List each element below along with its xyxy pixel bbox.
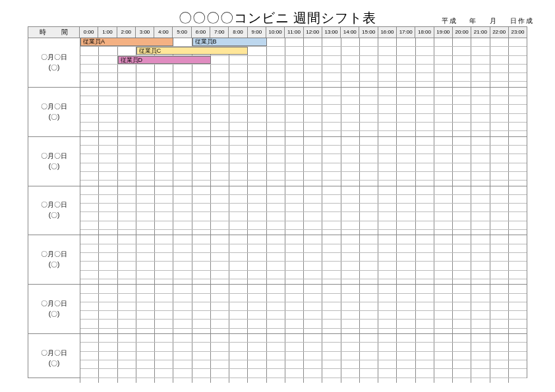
shift-row xyxy=(80,73,527,82)
hour-header-23: 23:00 xyxy=(509,27,527,38)
shift-row xyxy=(80,105,527,113)
shift-row xyxy=(80,146,527,154)
hour-header-9: 9:00 xyxy=(248,27,266,38)
hour-header-3: 3:00 xyxy=(136,27,154,38)
hour-header-13: 13:00 xyxy=(322,27,341,38)
shift-row xyxy=(80,369,527,378)
hour-header-14: 14:00 xyxy=(341,27,359,38)
shift-row xyxy=(80,294,527,302)
shift-row xyxy=(80,343,527,351)
creation-date-line: 平成 年 月 日作成 xyxy=(442,16,534,26)
day-date: 〇月〇日 xyxy=(41,52,67,63)
shift-row xyxy=(80,311,527,320)
shift-row: 従業員D xyxy=(80,56,527,65)
day-date: 〇月〇日 xyxy=(41,200,67,210)
hour-header-21: 21:00 xyxy=(471,27,490,38)
shift-bar-従業員D: 従業員D xyxy=(118,56,211,64)
day-rows-5 xyxy=(80,285,527,333)
day-date: 〇月〇日 xyxy=(41,101,67,112)
hour-header-1: 1:00 xyxy=(98,27,117,38)
day-date: 〇月〇日 xyxy=(41,298,67,309)
shift-row xyxy=(80,360,527,369)
day-date: 〇月〇日 xyxy=(41,151,67,161)
shift-bar-従業員C: 従業員C xyxy=(136,47,248,55)
day-date: 〇月〇日 xyxy=(41,249,67,260)
day-rows-4 xyxy=(80,235,527,284)
day-label-2: 〇月〇日(〇) xyxy=(28,137,80,186)
shift-row xyxy=(80,302,527,311)
shift-row xyxy=(80,244,527,253)
day-weekday: (〇) xyxy=(49,358,60,369)
day-rows-6 xyxy=(80,334,527,383)
hour-header-10: 10:00 xyxy=(266,27,285,38)
hour-header-2: 2:00 xyxy=(117,27,136,38)
hour-header-12: 12:00 xyxy=(304,27,322,38)
day-weekday: (〇) xyxy=(49,309,60,320)
shift-row xyxy=(80,88,527,96)
shift-row xyxy=(80,123,527,131)
day-weekday: (〇) xyxy=(49,63,60,73)
day-block-4: 〇月〇日(〇) xyxy=(28,235,527,285)
day-block-2: 〇月〇日(〇) xyxy=(28,137,527,186)
time-header-label: 時 間 xyxy=(28,27,80,38)
shift-row xyxy=(80,235,527,244)
day-label-0: 〇月〇日(〇) xyxy=(28,38,80,87)
day-block-0: 〇月〇日(〇)従業員A従業員B従業員C従業員D xyxy=(28,38,527,88)
shift-row: 従業員C xyxy=(80,47,527,55)
day-weekday: (〇) xyxy=(49,210,60,221)
hour-header-16: 16:00 xyxy=(378,27,397,38)
day-label-1: 〇月〇日(〇) xyxy=(28,88,80,136)
shift-row xyxy=(80,378,527,386)
shift-row xyxy=(80,137,527,146)
shift-row xyxy=(80,204,527,212)
shift-sheet: 時 間 0:001:002:003:004:005:006:007:008:00… xyxy=(28,26,527,378)
day-weekday: (〇) xyxy=(49,112,60,123)
hour-header-11: 11:00 xyxy=(285,27,303,38)
day-rows-2 xyxy=(80,137,527,186)
shift-row xyxy=(80,271,527,279)
shift-row xyxy=(80,186,527,195)
day-block-6: 〇月〇日(〇) xyxy=(28,334,527,383)
hour-header-7: 7:00 xyxy=(210,27,229,38)
shift-row xyxy=(80,163,527,172)
hours-header: 0:001:002:003:004:005:006:007:008:009:00… xyxy=(80,27,527,38)
shift-row xyxy=(80,96,527,105)
created-suffix: 日作成 xyxy=(510,17,534,24)
shift-row xyxy=(80,253,527,262)
shift-bar-従業員B: 従業員B xyxy=(192,38,267,46)
day-rows-1 xyxy=(80,88,527,136)
hour-header-4: 4:00 xyxy=(154,27,173,38)
shift-row xyxy=(80,285,527,293)
shift-row xyxy=(80,65,527,73)
day-block-5: 〇月〇日(〇) xyxy=(28,285,527,334)
era-label: 平成 xyxy=(442,17,457,24)
day-block-1: 〇月〇日(〇) xyxy=(28,88,527,137)
hour-header-20: 20:00 xyxy=(453,27,471,38)
shift-row xyxy=(80,154,527,163)
hour-header-22: 22:00 xyxy=(490,27,509,38)
page: 〇〇〇〇コンビニ 週間シフト表 平成 年 月 日作成 時 間 0:001:002… xyxy=(0,0,555,392)
days-container: 〇月〇日(〇)従業員A従業員B従業員C従業員D〇月〇日(〇)〇月〇日(〇)〇月〇… xyxy=(28,38,527,383)
day-block-3: 〇月〇日(〇) xyxy=(28,186,527,236)
shift-row: 従業員A従業員B xyxy=(80,38,527,47)
shift-row xyxy=(80,334,527,343)
shift-row xyxy=(80,262,527,270)
day-label-3: 〇月〇日(〇) xyxy=(28,186,80,235)
hour-header-17: 17:00 xyxy=(397,27,415,38)
hour-header-5: 5:00 xyxy=(173,27,191,38)
day-weekday: (〇) xyxy=(49,161,60,172)
header-row: 時 間 0:001:002:003:004:005:006:007:008:00… xyxy=(28,27,527,38)
day-date: 〇月〇日 xyxy=(41,348,67,358)
month-label: 月 xyxy=(490,17,498,24)
day-weekday: (〇) xyxy=(49,260,60,270)
day-label-4: 〇月〇日(〇) xyxy=(28,235,80,284)
shift-bar-従業員A: 従業員A xyxy=(80,38,173,46)
shift-row xyxy=(80,352,527,360)
shift-row xyxy=(80,320,527,328)
hour-header-0: 0:00 xyxy=(80,27,98,38)
shift-row xyxy=(80,212,527,221)
hour-header-6: 6:00 xyxy=(192,27,210,38)
shift-row xyxy=(80,114,527,123)
year-label: 年 xyxy=(469,17,477,24)
shift-row xyxy=(80,221,527,230)
